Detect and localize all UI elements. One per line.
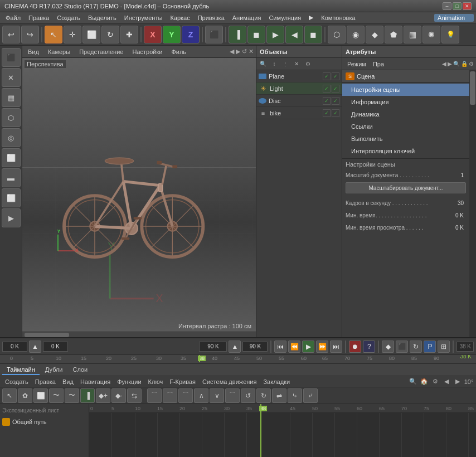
attr-lock-icon[interactable]: 🔒 xyxy=(461,61,468,67)
obj-vis-light[interactable]: ✓ xyxy=(323,85,331,93)
tl-tool-smooth3[interactable]: ⌒ xyxy=(178,388,193,403)
menu-file[interactable]: Файл xyxy=(2,13,24,22)
vp-tab-filter[interactable]: Филь xyxy=(168,47,190,56)
tb-create-tool[interactable]: ✚ xyxy=(120,26,138,43)
menu-create[interactable]: Создать xyxy=(54,13,84,22)
tb-geo6[interactable]: ✺ xyxy=(422,26,440,43)
transport-start[interactable]: 0 K xyxy=(2,342,27,352)
tb-y-axis[interactable]: Y xyxy=(163,26,181,43)
sidebar-x[interactable]: ✕ xyxy=(2,68,21,87)
vp-tab-settings[interactable]: Настройки xyxy=(129,47,166,56)
layout-selector[interactable]: Animation xyxy=(434,14,474,22)
tl-tab-timeline[interactable]: Таймлайн xyxy=(2,365,40,375)
attr-menu-info[interactable]: Информация xyxy=(342,96,469,108)
obj-lock-light[interactable]: ✓ xyxy=(332,85,339,93)
tl-tab-layers[interactable]: Слои xyxy=(69,365,93,375)
tb-geo1[interactable]: ⬡ xyxy=(328,26,346,43)
tb-anim-key2[interactable]: ◀ xyxy=(285,26,303,43)
sidebar-model[interactable]: ⬛ xyxy=(2,48,21,67)
obj-lock-bike[interactable]: ✓ xyxy=(332,109,339,117)
transport-end-k[interactable]: 90 K xyxy=(199,342,227,352)
tb-redo[interactable]: ↪ xyxy=(21,26,39,43)
tl-tool-loop3[interactable]: ⇌ xyxy=(272,388,286,403)
tl-tool-smooth1[interactable]: ⌒ xyxy=(147,388,162,403)
attr-menu-interp[interactable]: Интерполяция ключей xyxy=(342,145,469,157)
transport-key4[interactable]: P xyxy=(424,341,436,353)
tb-undo[interactable]: ↩ xyxy=(2,26,20,43)
obj-lock-disc[interactable]: ✓ xyxy=(332,97,339,105)
transport-key5[interactable]: ⊞ xyxy=(438,341,450,353)
attr-gear-icon[interactable]: ⚙ xyxy=(469,61,474,67)
tl-tool-loop4[interactable]: ⤷ xyxy=(288,388,302,403)
tb-geo2[interactable]: ◉ xyxy=(347,26,365,43)
obj-item-plane[interactable]: Plane ✓ ✓ xyxy=(256,70,342,82)
vp-tab-cameras[interactable]: Камеры xyxy=(45,47,74,56)
sidebar-grid[interactable]: ▦ xyxy=(2,88,21,107)
transport-key2[interactable]: ⬛ xyxy=(396,341,408,353)
viewport-scrollbar[interactable] xyxy=(22,332,256,337)
viewport-3d[interactable]: Перспектива X Y xyxy=(22,58,256,332)
tl-tool-loop5[interactable]: ⤶ xyxy=(303,388,318,403)
vp-tab-display[interactable]: Представление xyxy=(76,47,127,56)
tl-tool-smooth2[interactable]: ⌒ xyxy=(163,388,177,403)
obj-filter-icon[interactable]: ⋮ xyxy=(280,59,290,69)
tl-menu-create[interactable]: Создать xyxy=(2,378,31,386)
attr-menu-scene-settings[interactable]: Настройки сцены xyxy=(342,84,469,96)
tb-rotate-tool[interactable]: ↻ xyxy=(101,26,119,43)
tl-menu-func[interactable]: Функции xyxy=(114,378,144,386)
attr-scrollbar[interactable] xyxy=(469,70,476,337)
transport-end-btn[interactable]: ⏭ xyxy=(330,341,342,353)
attr-nav-right[interactable]: ▶ xyxy=(448,61,452,67)
tl-tool-3[interactable]: ⬜ xyxy=(33,388,48,403)
tb-x-axis[interactable]: X xyxy=(144,26,162,43)
obj-vis-plane[interactable]: ✓ xyxy=(323,72,331,80)
menu-snap[interactable]: Привязка xyxy=(195,13,228,22)
tl-tool-key-move[interactable]: ⇆ xyxy=(127,388,142,403)
minimize-button[interactable]: – xyxy=(443,2,451,10)
tl-icon-6[interactable]: 10° xyxy=(464,377,474,387)
attr-scale-btn[interactable]: Масштабировать документ... xyxy=(346,182,466,193)
vp-icon-prev[interactable]: ◀ xyxy=(230,48,234,55)
obj-item-disc[interactable]: Disc ✓ ✓ xyxy=(256,95,342,107)
tb-geo5[interactable]: ▦ xyxy=(404,26,421,43)
tb-geo4[interactable]: ⬟ xyxy=(385,26,402,43)
attr-search-icon[interactable]: 🔍 xyxy=(453,61,460,67)
tb-anim-key1[interactable]: ▶ xyxy=(266,26,284,43)
sidebar-rect[interactable]: ⬜ xyxy=(2,148,21,167)
attr-nav-left[interactable]: ◀ xyxy=(442,61,446,67)
tb-scale-box[interactable]: ⬜ xyxy=(82,26,100,43)
menu-frame[interactable]: Каркас xyxy=(167,13,193,22)
sidebar-minus[interactable]: ▬ xyxy=(2,168,21,187)
sidebar-hex[interactable]: ⬡ xyxy=(2,108,21,127)
transport-play-btn[interactable]: ▶ xyxy=(302,341,314,353)
obj-sort-icon[interactable]: ↕ xyxy=(269,59,279,69)
close-button[interactable]: ✕ xyxy=(463,2,472,10)
tl-menu-fcurve[interactable]: F-Кривая xyxy=(167,378,198,386)
obj-vis-bike[interactable]: ✓ xyxy=(323,109,331,117)
vp-icon-refresh[interactable]: ↺ xyxy=(242,48,247,55)
menu-edit[interactable]: Правка xyxy=(25,13,52,22)
attr-menu-dynamics[interactable]: Динамика xyxy=(342,108,469,120)
obj-vis-disc[interactable]: ✓ xyxy=(323,97,331,105)
tl-tool-key-add[interactable]: ◆+ xyxy=(96,388,110,403)
tl-menu-motion[interactable]: Система движения xyxy=(200,378,259,386)
attr-menu-execute[interactable]: Выполнить xyxy=(342,133,469,145)
tl-tool-loop2[interactable]: ↻ xyxy=(256,388,271,403)
obj-item-bike[interactable]: ≡ bike ✓ ✓ xyxy=(256,107,342,119)
tl-tool-loop1[interactable]: ↺ xyxy=(241,388,255,403)
transport-record-btn[interactable]: ⏺ xyxy=(349,341,361,353)
tb-move-tool[interactable]: ✛ xyxy=(64,26,81,43)
tb-z-axis[interactable]: Z xyxy=(182,26,200,43)
menu-tools[interactable]: Инструменты xyxy=(121,13,166,22)
menu-sim[interactable]: Симуляция xyxy=(265,13,304,22)
attr-menu-links[interactable]: Ссылки xyxy=(342,120,469,133)
tb-anim-play2[interactable]: ◼ xyxy=(247,26,265,43)
tl-tool-key-del[interactable]: ◆- xyxy=(111,388,126,403)
tl-tab-takes[interactable]: Дубли xyxy=(41,365,67,375)
tl-icon-2[interactable]: 🏠 xyxy=(419,377,429,387)
obj-new-icon[interactable]: ✕ xyxy=(292,59,302,69)
transport-next-btn[interactable]: ⏩ xyxy=(316,341,328,353)
tl-tool-5[interactable]: 〜 xyxy=(65,388,79,403)
tb-anim-play1[interactable]: ▐ xyxy=(229,26,246,43)
transport-up[interactable]: ▲ xyxy=(29,341,41,353)
